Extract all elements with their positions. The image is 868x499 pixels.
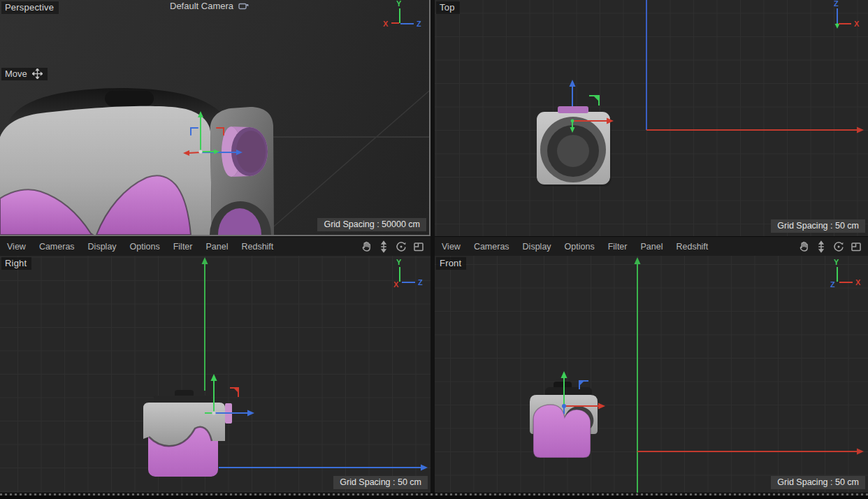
world-axes-front — [635, 257, 865, 493]
svg-text:X: X — [855, 278, 861, 287]
menu-display[interactable]: Display — [88, 242, 117, 252]
menu-options[interactable]: Options — [565, 242, 595, 252]
menu-display[interactable]: Display — [523, 242, 551, 252]
dolly-zoom-icon[interactable] — [377, 240, 390, 253]
toggle-view-layout-icon[interactable] — [412, 240, 425, 253]
svg-text:X: X — [854, 20, 860, 28]
camera-object-perspective[interactable] — [0, 88, 274, 235]
svg-text:Y: Y — [396, 259, 402, 266]
active-tool-badge: Move — [1, 68, 48, 80]
viewport-perspective[interactable]: Perspective Default Camera Move Y X Z — [0, 0, 431, 236]
camera-selector[interactable]: Default Camera — [170, 1, 249, 11]
grid-spacing-badge-perspective: Grid Spacing : 50000 cm — [317, 218, 426, 231]
svg-text:Y: Y — [396, 0, 402, 8]
axis-indicator-top: Z X — [819, 0, 864, 34]
camera-object-right[interactable] — [143, 390, 232, 477]
svg-text:Z: Z — [834, 0, 839, 8]
axis-indicator-perspective: Y X Z — [380, 0, 425, 34]
viewport-front[interactable]: Front Y Z X Grid Spacing : 50 cm — [435, 256, 868, 493]
rotate-view-icon[interactable] — [395, 240, 407, 253]
timeline-edge-strip — [0, 493, 868, 499]
viewport-title-perspective: Perspective — [1, 1, 59, 14]
active-tool-label: Move — [5, 68, 27, 79]
application-window: Perspective Default Camera Move Y X Z — [0, 0, 868, 499]
camera-name: Default Camera — [170, 1, 233, 11]
viewport-menubar-right: View Cameras Display Options Filter Pane… — [435, 236, 868, 256]
right-scene — [0, 256, 431, 493]
svg-text:Y: Y — [834, 259, 839, 266]
menu-filter[interactable]: Filter — [608, 242, 628, 252]
menu-redshift[interactable]: Redshift — [241, 242, 273, 252]
menu-options[interactable]: Options — [130, 242, 160, 252]
rotate-view-icon[interactable] — [832, 240, 845, 253]
menu-view[interactable]: View — [7, 242, 26, 252]
menu-view[interactable]: View — [442, 242, 461, 252]
pan-hand-icon[interactable] — [797, 240, 810, 253]
axis-indicator-front: Y Z X — [819, 259, 864, 292]
svg-text:Z: Z — [417, 20, 421, 28]
svg-text:Z: Z — [418, 278, 423, 287]
svg-text:X: X — [393, 280, 399, 289]
perspective-horizon-lines — [264, 91, 429, 235]
camera-object-top[interactable] — [537, 106, 612, 187]
pan-hand-icon[interactable] — [360, 240, 372, 253]
menu-panel[interactable]: Panel — [205, 242, 228, 252]
viewport-title-top: Top — [436, 1, 460, 14]
viewport-right[interactable]: Right Y X Z Grid Spacing : 50 cm — [0, 256, 431, 493]
grid-spacing-badge-right: Grid Spacing : 50 cm — [333, 476, 428, 489]
menu-filter[interactable]: Filter — [173, 242, 193, 252]
menu-cameras[interactable]: Cameras — [474, 242, 509, 252]
svg-text:Z: Z — [830, 280, 835, 289]
grid-spacing-badge-top: Grid Spacing : 50 cm — [771, 219, 865, 233]
timeline-tick-marks — [0, 493, 868, 496]
toggle-view-layout-icon[interactable] — [850, 240, 862, 253]
viewport-title-front: Front — [436, 257, 466, 270]
move-tool-icon — [32, 68, 43, 79]
dolly-zoom-icon[interactable] — [815, 240, 827, 253]
camera-link-icon — [238, 2, 249, 10]
axis-indicator-right: Y X Z — [382, 259, 426, 292]
menu-panel[interactable]: Panel — [640, 242, 663, 252]
viewport-menubar-left: View Cameras Display Options Filter Pane… — [0, 236, 431, 256]
viewport-title-right: Right — [1, 257, 31, 270]
svg-text:X: X — [383, 20, 389, 28]
perspective-scene — [0, 0, 429, 235]
top-scene — [435, 0, 868, 236]
menu-redshift[interactable]: Redshift — [676, 242, 708, 252]
viewport-top[interactable]: Top Z X Grid Spacing : 50 cm — [435, 0, 868, 236]
grid-spacing-badge-front: Grid Spacing : 50 cm — [771, 476, 865, 489]
front-scene — [435, 256, 868, 493]
menu-cameras[interactable]: Cameras — [39, 242, 75, 252]
